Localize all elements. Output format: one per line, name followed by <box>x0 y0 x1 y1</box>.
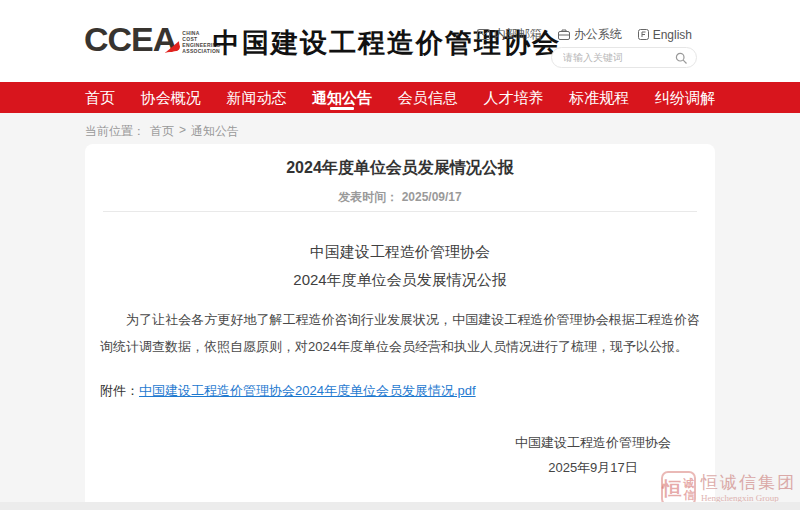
breadcrumb-home-link[interactable]: 首页 <box>150 123 174 140</box>
article-paragraph: 为了让社会各方更好地了解工程造价咨询行业发展状况，中国建设工程造价管理协会根据工… <box>100 306 700 360</box>
signature-org: 中国建设工程造价管理协会 <box>515 430 671 455</box>
nav-item-standards[interactable]: 标准规程 <box>569 82 629 113</box>
hengchengxin-seal-icon: 恒 诚 信 <box>661 471 696 506</box>
publish-date-label: 发表时间： <box>338 190 398 204</box>
signature-date: 2025年9月17日 <box>515 455 671 480</box>
utility-links: 内部邮箱 办公系统 English <box>477 26 692 43</box>
english-label: English <box>653 28 692 42</box>
ccea-wordmark: CCEA <box>84 21 176 57</box>
title-divider <box>103 211 697 212</box>
nav-item-members[interactable]: 会员信息 <box>398 82 458 113</box>
main-nav-inner: 首页 协会概况 新闻动态 通知公告 会员信息 人才培养 标准规程 纠纷调解 <box>85 82 715 113</box>
book-icon <box>638 29 649 40</box>
nav-item-news[interactable]: 新闻动态 <box>226 82 286 113</box>
publish-date-value: 2025/09/17 <box>402 190 462 204</box>
breadcrumb: 当前位置： 首页 > 通知公告 <box>85 123 239 140</box>
watermark-name: 恒诚信集团 <box>701 473 796 493</box>
signature-block: 中国建设工程造价管理协会 2025年9月17日 <box>515 430 671 480</box>
attachment-label: 附件： <box>100 383 139 398</box>
main-nav: 首页 协会概况 新闻动态 通知公告 会员信息 人才培养 标准规程 纠纷调解 <box>0 82 800 113</box>
nav-item-notices[interactable]: 通知公告 <box>312 82 372 113</box>
nav-item-notices-label: 通知公告 <box>312 89 372 106</box>
nav-item-about[interactable]: 协会概况 <box>141 82 201 113</box>
attachment-pdf-link[interactable]: 中国建设工程造价管理协会2024年度单位会员发展情况.pdf <box>139 383 476 398</box>
search-icon[interactable] <box>675 51 688 69</box>
breadcrumb-current: 通知公告 <box>191 123 239 140</box>
nav-item-training[interactable]: 人才培养 <box>484 82 544 113</box>
nav-item-home[interactable]: 首页 <box>85 82 115 113</box>
office-system-label: 办公系统 <box>574 26 622 43</box>
document-title-line: 2024年度单位会员发展情况公报 <box>85 270 715 290</box>
hengchengxin-watermark: 恒 诚 信 恒诚信集团 Hengchengxin Group <box>661 471 796 506</box>
ccea-logo[interactable]: CCEA CHINA COST ENGINEERING ASSOCIATION <box>84 21 221 57</box>
english-link[interactable]: English <box>638 26 692 43</box>
seal-char-left: 恒 <box>663 479 682 498</box>
watermark-text: 恒诚信集团 Hengchengxin Group <box>701 473 796 504</box>
page-title: 2024年度单位会员发展情况公报 <box>85 157 715 178</box>
attachment-line: 附件：中国建设工程造价管理协会2024年度单位会员发展情况.pdf <box>100 382 700 400</box>
office-system-link[interactable]: 办公系统 <box>558 26 622 43</box>
active-tab-indicator <box>330 107 354 110</box>
ccea-wordmark-text: CCEA <box>84 20 176 58</box>
article-card: 2024年度单位会员发展情况公报 发表时间： 2025/09/17 中国建设工程… <box>85 144 715 502</box>
nav-item-dispute[interactable]: 纠纷调解 <box>655 82 715 113</box>
internal-mailbox-label: 内部邮箱 <box>494 26 542 43</box>
seal-char-bottom: 信 <box>684 489 695 501</box>
publish-date-line: 发表时间： 2025/09/17 <box>85 190 715 205</box>
breadcrumb-label: 当前位置： <box>85 123 145 140</box>
search-box <box>551 47 697 68</box>
site-header: CCEA CHINA COST ENGINEERING ASSOCIATION … <box>0 0 800 82</box>
mail-icon <box>477 29 490 40</box>
breadcrumb-separator: > <box>179 123 186 140</box>
briefcase-icon <box>558 29 570 40</box>
seal-char-top: 诚 <box>684 477 695 489</box>
footer-strip <box>0 502 800 510</box>
document-org-line: 中国建设工程造价管理协会 <box>85 242 715 262</box>
internal-mailbox-link[interactable]: 内部邮箱 <box>477 26 542 43</box>
